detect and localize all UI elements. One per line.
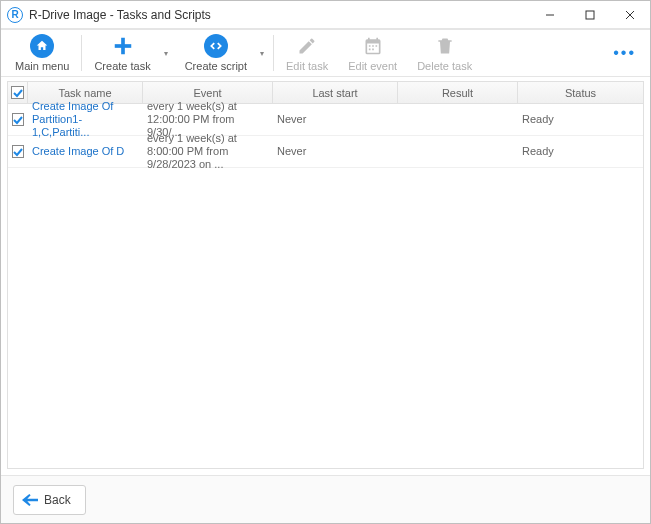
- separator: [81, 35, 82, 71]
- plus-icon: [112, 34, 134, 58]
- row-name[interactable]: Create Image Of Partition1-1,C,Partiti..…: [28, 100, 143, 139]
- home-icon: [30, 34, 54, 58]
- row-status: Ready: [518, 145, 643, 158]
- check-icon: [12, 145, 24, 158]
- create-task-dropdown[interactable]: ▾: [161, 49, 171, 58]
- content-area: Task name Event Last start Result Status…: [1, 77, 650, 475]
- window-title: R-Drive Image - Tasks and Scripts: [29, 8, 530, 22]
- create-script-dropdown[interactable]: ▾: [257, 49, 267, 58]
- main-menu-button[interactable]: Main menu: [5, 30, 79, 76]
- close-button[interactable]: [610, 1, 650, 28]
- svg-rect-1: [586, 11, 594, 19]
- header-check[interactable]: [8, 82, 28, 103]
- check-icon: [11, 86, 24, 99]
- app-icon: R: [7, 7, 23, 23]
- row-check[interactable]: [8, 113, 28, 126]
- minimize-button[interactable]: [530, 1, 570, 28]
- edit-event-label: Edit event: [348, 60, 397, 72]
- edit-event-button[interactable]: Edit event: [338, 30, 407, 76]
- create-script-label: Create script: [185, 60, 247, 72]
- row-check[interactable]: [8, 145, 28, 158]
- more-button[interactable]: •••: [603, 44, 646, 62]
- row-last: Never: [273, 113, 398, 126]
- trash-icon: [435, 34, 455, 58]
- title-bar: R R-Drive Image - Tasks and Scripts: [1, 1, 650, 29]
- create-task-button[interactable]: Create task: [84, 30, 160, 76]
- header-status[interactable]: Status: [518, 82, 643, 103]
- toolbar: Main menu Create task ▾ Create script ▾ …: [1, 29, 650, 77]
- arrow-left-icon: [22, 494, 38, 506]
- header-last-start[interactable]: Last start: [273, 82, 398, 103]
- maximize-button[interactable]: [570, 1, 610, 28]
- row-status: Ready: [518, 113, 643, 126]
- delete-task-button[interactable]: Delete task: [407, 30, 482, 76]
- separator: [273, 35, 274, 71]
- tasks-grid[interactable]: Task name Event Last start Result Status…: [7, 81, 644, 469]
- footer: Back: [1, 475, 650, 523]
- calendar-icon: [363, 34, 383, 58]
- create-script-button[interactable]: Create script: [175, 30, 257, 76]
- back-label: Back: [44, 493, 71, 507]
- create-task-label: Create task: [94, 60, 150, 72]
- row-event: every 1 week(s) at 8:00:00 PM from 9/28/…: [143, 132, 273, 171]
- window-controls: [530, 1, 650, 28]
- row-name[interactable]: Create Image Of D: [28, 145, 143, 158]
- table-row[interactable]: Create Image Of D every 1 week(s) at 8:0…: [8, 136, 643, 168]
- delete-task-label: Delete task: [417, 60, 472, 72]
- pencil-icon: [297, 34, 317, 58]
- svg-rect-5: [114, 44, 131, 48]
- check-icon: [12, 113, 24, 126]
- script-icon: [204, 34, 228, 58]
- table-row[interactable]: Create Image Of Partition1-1,C,Partiti..…: [8, 104, 643, 136]
- edit-task-button[interactable]: Edit task: [276, 30, 338, 76]
- header-result[interactable]: Result: [398, 82, 518, 103]
- row-last: Never: [273, 145, 398, 158]
- back-button[interactable]: Back: [13, 485, 86, 515]
- main-menu-label: Main menu: [15, 60, 69, 72]
- edit-task-label: Edit task: [286, 60, 328, 72]
